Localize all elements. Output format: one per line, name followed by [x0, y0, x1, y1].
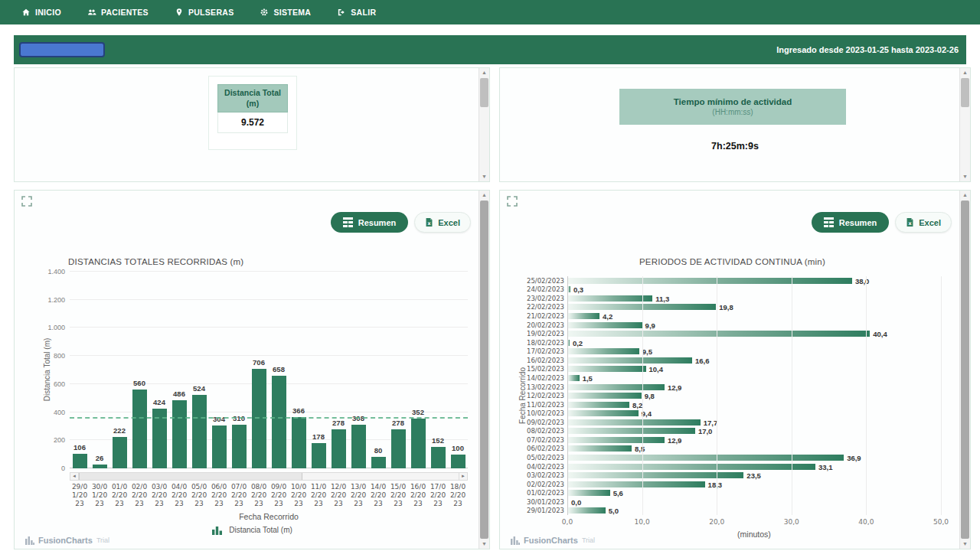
bar[interactable]: [568, 384, 665, 390]
panel-scrollbar[interactable]: ▲ ▼: [959, 191, 970, 549]
nav-item-salir[interactable]: SALIR: [337, 8, 376, 17]
nav-item-inicio[interactable]: INICIO: [21, 8, 61, 17]
panel-scrollbar[interactable]: ▲ ▼: [959, 68, 970, 181]
bar-value-label: 278: [385, 419, 411, 427]
bar[interactable]: [132, 390, 147, 468]
chart1-horizontal-scrollbar[interactable]: ◄ ►: [70, 472, 468, 481]
bar[interactable]: [93, 465, 107, 468]
bar[interactable]: [568, 295, 652, 302]
excel-file-icon: x: [425, 217, 433, 227]
bar[interactable]: [568, 357, 692, 364]
resumen-button[interactable]: Resumen: [331, 212, 409, 233]
bar[interactable]: [568, 278, 852, 284]
bar[interactable]: [568, 428, 695, 434]
bar[interactable]: [391, 429, 406, 468]
scrollbar-thumb[interactable]: [961, 78, 969, 107]
bar[interactable]: [568, 437, 665, 443]
nav-item-pulseras[interactable]: PULSERAS: [175, 8, 234, 17]
top-navbar: INICIOPACIENTESPULSERASSISTEMASALIR: [0, 0, 980, 24]
bar[interactable]: [568, 393, 642, 399]
legend-bars-icon: [211, 524, 223, 536]
bar[interactable]: [568, 481, 705, 487]
bar[interactable]: [568, 507, 606, 514]
chart2-row: 9,4: [567, 409, 941, 418]
scrollbar-thumb[interactable]: [961, 201, 969, 539]
bar[interactable]: [312, 443, 326, 468]
chart-toolbar: Resumen x Excel: [812, 212, 952, 233]
chart1-bar-slot: 80: [368, 272, 388, 468]
chart2-row: 0,2: [567, 338, 941, 347]
excel-button[interactable]: x Excel: [895, 212, 952, 233]
scrollbar-thumb[interactable]: [79, 473, 302, 480]
scroll-left-icon[interactable]: ◄: [70, 473, 79, 480]
chart2-row: 9,5: [567, 347, 941, 357]
bar[interactable]: [113, 437, 127, 468]
bar[interactable]: [568, 375, 580, 381]
bar[interactable]: [411, 419, 426, 468]
chart2-row: 8,5: [567, 445, 941, 454]
watermark-suffix: Trial: [96, 536, 109, 544]
excel-button[interactable]: x Excel: [414, 212, 471, 233]
bar[interactable]: [172, 400, 187, 468]
bar[interactable]: [568, 419, 701, 425]
bar[interactable]: [232, 425, 247, 468]
scroll-up-icon[interactable]: ▲: [960, 191, 970, 200]
expand-icon[interactable]: [506, 195, 518, 207]
scroll-up-icon[interactable]: ▲: [479, 68, 489, 77]
chart2-x-ticks: 0,010,020,030,040,050,0: [500, 518, 970, 527]
header-blue-button[interactable]: [19, 42, 105, 57]
bar[interactable]: [272, 376, 286, 468]
scrollbar-thumb[interactable]: [480, 78, 488, 107]
fusioncharts-watermark[interactable]: FusionCharts Trial: [511, 536, 595, 545]
bar[interactable]: [431, 447, 446, 468]
bar[interactable]: [568, 348, 639, 354]
nav-item-pacientes[interactable]: PACIENTES: [87, 8, 149, 17]
scroll-down-icon[interactable]: ▼: [479, 540, 489, 549]
bar-value-label: 26: [87, 454, 113, 462]
chart1-x-label-slot: 29/01/2023: [70, 483, 90, 507]
chart2-row: 17,0: [567, 427, 941, 436]
bar[interactable]: [371, 457, 386, 468]
panel-scrollbar[interactable]: ▲ ▼: [479, 68, 489, 181]
bar[interactable]: [351, 425, 366, 468]
bar[interactable]: [568, 366, 646, 372]
bar[interactable]: [568, 322, 642, 328]
expand-icon[interactable]: [21, 195, 33, 207]
bar-value-label: 222: [106, 426, 132, 435]
bar[interactable]: [292, 417, 306, 468]
scroll-up-icon[interactable]: ▲: [960, 68, 970, 77]
resumen-button[interactable]: Resumen: [812, 212, 890, 233]
chart1-legend[interactable]: Distancia Total (m): [15, 524, 489, 536]
bar[interactable]: [568, 402, 629, 408]
scroll-down-icon[interactable]: ▼: [479, 172, 489, 181]
bar[interactable]: [73, 454, 87, 468]
bar[interactable]: [568, 313, 599, 319]
scrollbar-thumb[interactable]: [480, 201, 488, 539]
fusioncharts-watermark[interactable]: FusionCharts Trial: [25, 536, 109, 545]
activity-summary-panel: Tiempo mínimo de actividad (HH:mm:ss) 7h…: [499, 67, 971, 182]
scroll-down-icon[interactable]: ▼: [960, 172, 970, 181]
nav-item-sistema[interactable]: SISTEMA: [260, 8, 311, 17]
scroll-right-icon[interactable]: ►: [459, 473, 467, 480]
bar-value-label: 33,1: [818, 462, 833, 471]
bar[interactable]: [451, 455, 466, 468]
bar[interactable]: [212, 425, 227, 468]
panel-scrollbar[interactable]: ▲ ▼: [479, 191, 489, 549]
bar[interactable]: [568, 445, 632, 452]
chart1-x-label-slot: 17/02/2023: [428, 483, 448, 507]
chart1-x-label-slot: 04/02/2023: [169, 483, 189, 507]
bar[interactable]: [568, 410, 639, 416]
scroll-up-icon[interactable]: ▲: [479, 191, 489, 200]
bar[interactable]: [568, 490, 610, 496]
bar[interactable]: [568, 455, 844, 461]
bar-value-label: 0,2: [573, 338, 583, 347]
scroll-down-icon[interactable]: ▼: [960, 540, 970, 549]
bar[interactable]: [568, 464, 815, 470]
bar[interactable]: [568, 286, 570, 292]
bar[interactable]: [568, 331, 870, 337]
chart-toolbar: Resumen x Excel: [331, 212, 471, 233]
bar[interactable]: [332, 429, 346, 468]
bar-value-label: 12,9: [668, 383, 682, 391]
bar[interactable]: [192, 395, 207, 468]
bar[interactable]: [568, 340, 570, 346]
